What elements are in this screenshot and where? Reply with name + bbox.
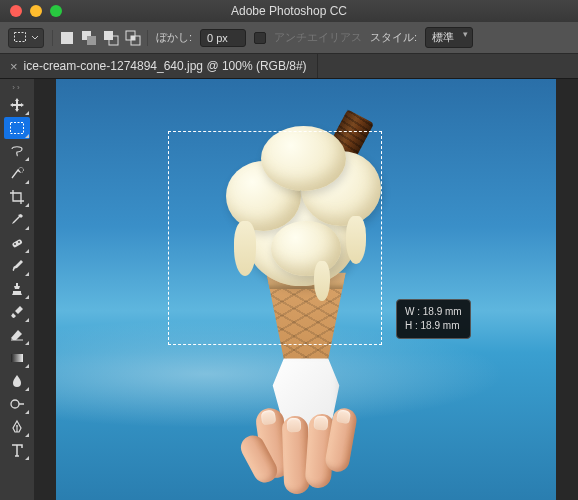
rectangular-marquee-tool[interactable]	[4, 117, 30, 139]
document-tab-bar: × ice-cream-cone-1274894_640.jpg @ 100% …	[0, 54, 578, 79]
style-select[interactable]: 標準	[425, 27, 473, 48]
image-content	[241, 358, 371, 500]
svg-point-16	[16, 425, 18, 427]
chevron-down-icon	[31, 31, 39, 45]
eraser-tool[interactable]	[4, 324, 30, 346]
options-bar: ぼかし: アンチエイリアス スタイル: 標準	[0, 22, 578, 54]
window-titlebar: Adobe Photoshop CC	[0, 0, 578, 22]
quick-selection-tool[interactable]	[4, 163, 30, 185]
selection-mode-group	[52, 30, 148, 46]
svg-rect-8	[131, 36, 135, 40]
close-window-button[interactable]	[10, 5, 22, 17]
crop-tool[interactable]	[4, 186, 30, 208]
move-tool[interactable]	[4, 94, 30, 116]
svg-rect-14	[11, 354, 23, 362]
maximize-window-button[interactable]	[50, 5, 62, 17]
pen-tool[interactable]	[4, 416, 30, 438]
document-tab-label: ice-cream-cone-1274894_640.jpg @ 100% (R…	[24, 59, 307, 73]
close-tab-icon[interactable]: ×	[10, 60, 18, 73]
svg-point-12	[14, 243, 16, 245]
history-brush-tool[interactable]	[4, 301, 30, 323]
antialias-label: アンチエイリアス	[274, 30, 362, 45]
feather-input[interactable]	[200, 29, 246, 47]
window-controls	[0, 5, 62, 17]
marquee-tool-icon	[13, 31, 29, 45]
svg-rect-11	[12, 239, 23, 248]
document-tab[interactable]: × ice-cream-cone-1274894_640.jpg @ 100% …	[0, 54, 318, 78]
clone-stamp-tool[interactable]	[4, 278, 30, 300]
svg-rect-1	[61, 32, 73, 44]
type-tool[interactable]	[4, 439, 30, 461]
panel-grip-icon[interactable]: ››	[0, 83, 34, 93]
selection-intersect-icon[interactable]	[125, 30, 141, 46]
spot-healing-tool[interactable]	[4, 232, 30, 254]
gradient-tool[interactable]	[4, 347, 30, 369]
selection-subtract-icon[interactable]	[103, 30, 119, 46]
antialias-checkbox	[254, 32, 266, 44]
selection-new-icon[interactable]	[59, 30, 75, 46]
svg-rect-9	[11, 123, 24, 134]
image-content	[216, 121, 396, 301]
lasso-tool[interactable]	[4, 140, 30, 162]
blur-tool[interactable]	[4, 370, 30, 392]
svg-rect-0	[15, 32, 26, 41]
eyedropper-tool[interactable]	[4, 209, 30, 231]
main-area: ›› ILKISS	[0, 79, 578, 500]
app-title: Adobe Photoshop CC	[231, 4, 347, 18]
minimize-window-button[interactable]	[30, 5, 42, 17]
svg-point-15	[11, 400, 19, 408]
svg-point-13	[18, 241, 20, 243]
style-label: スタイル:	[370, 30, 417, 45]
brush-tool[interactable]	[4, 255, 30, 277]
feather-label: ぼかし:	[156, 30, 192, 45]
tools-panel: ››	[0, 79, 34, 500]
active-tool-preset[interactable]	[8, 28, 44, 48]
document-image: ILKISS W	[56, 79, 556, 500]
canvas-area[interactable]: ILKISS W	[34, 79, 578, 500]
selection-add-icon[interactable]	[81, 30, 97, 46]
measurement-tooltip: W : 18.9 mm H : 18.9 mm	[396, 299, 471, 339]
svg-rect-3	[87, 36, 96, 45]
dodge-tool[interactable]	[4, 393, 30, 415]
